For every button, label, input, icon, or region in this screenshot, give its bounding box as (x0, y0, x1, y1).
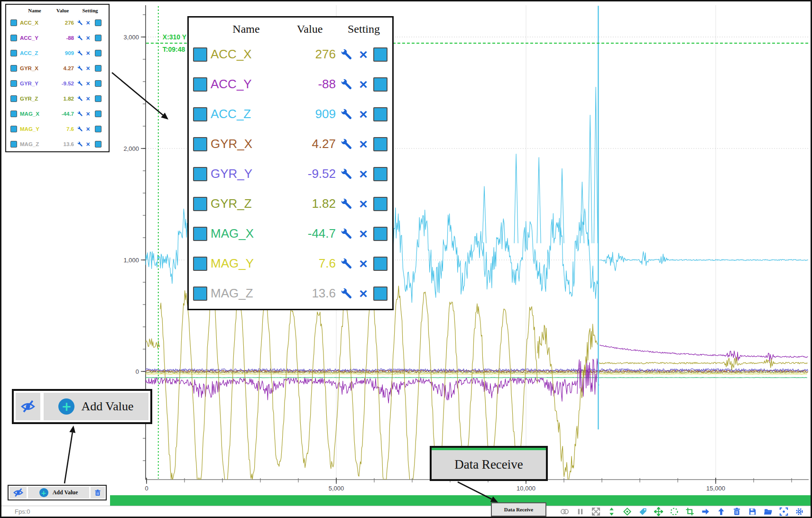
color-swatch[interactable] (95, 19, 102, 26)
color-swatch[interactable] (95, 95, 102, 102)
color-swatch[interactable] (373, 47, 388, 62)
remove-icon[interactable]: × (356, 137, 371, 151)
remove-icon[interactable]: × (356, 47, 371, 62)
series-checkbox[interactable] (10, 126, 17, 132)
chart[interactable]: 01,0002,0003,00005,00010,00015,000X:310 … (1, 1, 811, 517)
wrench-icon[interactable] (340, 47, 354, 62)
wrench-icon[interactable] (340, 287, 354, 301)
color-swatch[interactable] (373, 167, 388, 181)
color-swatch[interactable] (373, 137, 388, 151)
color-swatch[interactable] (95, 141, 102, 148)
series-checkbox[interactable] (10, 19, 17, 26)
arrow-right-icon[interactable] (701, 507, 710, 516)
series-checkbox[interactable] (193, 77, 207, 92)
wrench-icon[interactable] (340, 77, 354, 92)
wrench-icon[interactable] (77, 95, 83, 102)
toggle-visibility-button[interactable] (9, 487, 27, 499)
color-swatch[interactable] (373, 257, 388, 271)
series-checkbox[interactable] (193, 167, 207, 181)
wrench-icon[interactable] (340, 227, 354, 241)
add-value-button[interactable]: + Add Value (44, 393, 148, 420)
arrow-up-icon[interactable] (716, 507, 726, 516)
color-swatch[interactable] (373, 107, 388, 121)
toggle-visibility-button[interactable] (16, 393, 40, 420)
eye-slash-icon (13, 488, 23, 498)
series-checkbox[interactable] (10, 95, 17, 102)
crop-icon[interactable] (685, 507, 694, 516)
remove-icon[interactable]: × (84, 126, 92, 132)
remove-icon[interactable]: × (356, 287, 371, 301)
color-swatch[interactable] (373, 77, 388, 92)
toggle-icon[interactable] (560, 507, 569, 516)
settings-icon[interactable] (794, 507, 804, 516)
wrench-icon[interactable] (77, 111, 83, 117)
wrench-icon[interactable] (77, 50, 83, 56)
folder-open-icon[interactable] (763, 507, 773, 516)
wrench-icon[interactable] (77, 19, 83, 26)
series-checkbox[interactable] (193, 227, 207, 241)
wrench-icon[interactable] (77, 80, 83, 87)
data-receive-button[interactable]: Data Receive (491, 502, 546, 517)
remove-icon[interactable]: × (84, 80, 92, 87)
series-checkbox[interactable] (10, 35, 17, 41)
wrench-icon[interactable] (340, 137, 354, 151)
screenshot-icon[interactable] (779, 507, 788, 516)
color-swatch[interactable] (373, 227, 388, 241)
series-checkbox[interactable] (193, 287, 207, 301)
wrench-icon[interactable] (77, 65, 83, 72)
series-checkbox[interactable] (10, 65, 17, 72)
fit-screen-icon[interactable] (591, 507, 600, 516)
series-checkbox[interactable] (193, 107, 207, 121)
lasso-icon[interactable] (669, 507, 679, 516)
tag-icon[interactable] (638, 507, 647, 516)
series-checkbox[interactable] (193, 47, 207, 62)
save-icon[interactable] (747, 507, 757, 516)
wrench-icon[interactable] (340, 167, 354, 181)
trash-icon[interactable] (732, 507, 741, 516)
wrench-icon[interactable] (340, 197, 354, 211)
remove-icon[interactable]: × (84, 35, 92, 41)
remove-icon[interactable]: × (84, 141, 92, 148)
color-swatch[interactable] (95, 65, 102, 72)
remove-icon[interactable]: × (84, 50, 92, 56)
delete-button[interactable] (91, 487, 105, 499)
legend-row: MAG_Y7.6× (8, 121, 107, 137)
series-checkbox[interactable] (10, 50, 17, 56)
move-icon[interactable] (654, 507, 663, 516)
remove-icon[interactable]: × (356, 107, 371, 121)
series-checkbox[interactable] (10, 80, 17, 87)
color-swatch[interactable] (373, 197, 388, 211)
color-swatch[interactable] (95, 50, 102, 56)
series-value: -44.7 (282, 226, 338, 241)
color-swatch[interactable] (95, 126, 102, 132)
series-checkbox[interactable] (193, 137, 207, 151)
remove-icon[interactable]: × (84, 19, 92, 26)
fps-label: Fps:0 (15, 508, 30, 515)
color-swatch[interactable] (95, 80, 102, 87)
series-checkbox[interactable] (10, 111, 17, 117)
remove-icon[interactable]: × (84, 65, 92, 72)
remove-icon[interactable]: × (356, 227, 371, 241)
color-swatch[interactable] (373, 287, 388, 301)
series-checkbox[interactable] (10, 141, 17, 148)
wrench-icon[interactable] (77, 141, 83, 148)
wrench-icon[interactable] (340, 107, 354, 121)
remove-icon[interactable]: × (356, 257, 371, 271)
wrench-icon[interactable] (340, 257, 354, 271)
series-checkbox[interactable] (193, 257, 207, 271)
remove-icon[interactable]: × (84, 95, 92, 102)
color-swatch[interactable] (95, 35, 102, 41)
add-value-label: Add Value (81, 399, 133, 414)
add-value-button[interactable]: + Add Value (28, 487, 89, 499)
center-icon[interactable] (622, 507, 632, 516)
wrench-icon[interactable] (77, 35, 83, 41)
fit-vertical-icon[interactable] (607, 507, 616, 516)
wrench-icon[interactable] (77, 126, 83, 132)
remove-icon[interactable]: × (356, 167, 371, 181)
remove-icon[interactable]: × (356, 197, 371, 211)
remove-icon[interactable]: × (356, 77, 371, 92)
remove-icon[interactable]: × (84, 111, 92, 117)
series-checkbox[interactable] (193, 197, 207, 211)
color-swatch[interactable] (95, 111, 102, 117)
pause-icon[interactable] (575, 507, 585, 516)
